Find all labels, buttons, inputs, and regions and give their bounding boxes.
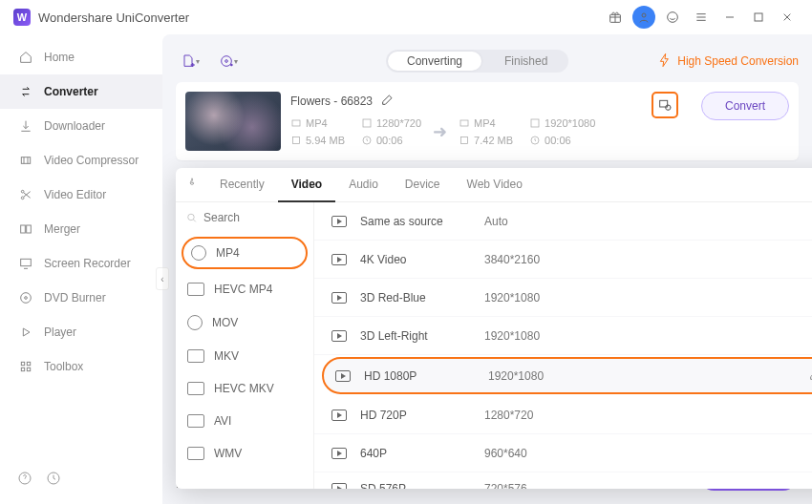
res-3d-leftright[interactable]: 3D Left-Right1920*1080 (314, 317, 812, 355)
svg-rect-25 (460, 120, 468, 126)
format-wmv[interactable]: WMV (176, 437, 313, 470)
dst-duration: 00:06 (529, 135, 587, 146)
wmv-icon (187, 447, 204, 460)
svg-rect-15 (21, 368, 24, 370)
svg-point-6 (21, 197, 24, 200)
lightning-icon (657, 52, 673, 71)
mov-icon (187, 315, 203, 330)
format-mov[interactable]: MOV (176, 305, 313, 340)
edit-title-icon[interactable] (380, 92, 395, 110)
screen-icon (17, 255, 34, 272)
svg-point-1 (642, 13, 646, 17)
sidebar-item-label: Screen Recorder (44, 257, 131, 270)
sidebar-item-label: Video Editor (44, 188, 106, 201)
tab-device[interactable]: Device (392, 168, 454, 201)
src-size: 5.94 MB (290, 135, 348, 146)
tab-recently[interactable]: Recently (206, 168, 278, 201)
svg-point-19 (222, 56, 232, 67)
res-hd1080p[interactable]: HD 1080P1920*1080 (322, 357, 812, 394)
video-icon (331, 254, 347, 265)
user-avatar-icon[interactable] (632, 6, 655, 29)
svg-point-30 (666, 105, 671, 110)
sidebar-collapse-handle[interactable]: ‹ (156, 267, 169, 290)
format-mp4[interactable]: MP4 (182, 237, 308, 269)
src-format: MP4 (290, 117, 348, 129)
svg-point-2 (668, 12, 678, 23)
sidebar-item-label: Player (44, 326, 76, 339)
minimize-icon[interactable] (718, 6, 741, 29)
seg-converting[interactable]: Converting (388, 52, 481, 71)
tab-video[interactable]: Video (278, 168, 335, 202)
add-file-button[interactable]: ▾ (176, 48, 204, 74)
video-thumbnail[interactable] (185, 92, 281, 151)
sidebar-item-home[interactable]: Home (0, 40, 162, 74)
sidebar-item-editor[interactable]: Video Editor (0, 178, 162, 212)
res-4k[interactable]: 4K Video3840*2160 (314, 241, 812, 279)
seg-finished[interactable]: Finished (483, 50, 568, 73)
format-dropdown: Recently Video Audio Device Web Video MP… (176, 168, 812, 489)
video-icon (335, 370, 351, 382)
menu-icon[interactable] (690, 6, 713, 29)
search-input[interactable] (203, 211, 289, 224)
video-icon (331, 216, 347, 227)
support-icon[interactable] (661, 6, 684, 29)
video-icon (331, 448, 347, 459)
format-mkv[interactable]: MKV (176, 340, 313, 372)
close-icon[interactable] (776, 6, 799, 29)
convert-button[interactable]: Convert (701, 92, 789, 120)
clock-icon[interactable] (46, 471, 61, 489)
segment-control: Converting Finished (386, 50, 568, 73)
svg-point-20 (225, 60, 228, 63)
scissors-icon (17, 186, 34, 203)
maximize-icon[interactable] (747, 6, 770, 29)
converter-icon (17, 83, 34, 100)
sidebar-item-merger[interactable]: Merger (0, 212, 162, 246)
help-icon[interactable] (17, 471, 32, 489)
compressor-icon (17, 152, 34, 169)
format-search[interactable] (176, 202, 313, 233)
target-icon (191, 245, 206, 261)
high-speed-toggle[interactable]: High Speed Conversion (657, 52, 799, 71)
sidebar-item-downloader[interactable]: Downloader (0, 109, 162, 143)
tab-webvideo[interactable]: Web Video (454, 168, 536, 201)
burn-icon (185, 176, 199, 194)
res-sd576p[interactable]: SD 576P720*576 (314, 472, 812, 489)
svg-marker-12 (23, 328, 30, 336)
edit-icon[interactable] (808, 367, 812, 385)
output-settings-button[interactable] (652, 92, 678, 118)
svg-rect-13 (21, 362, 24, 365)
format-hevc-mkv[interactable]: HEVC MKV (176, 372, 313, 405)
res-3d-redblue[interactable]: 3D Red-Blue1920*1080 (314, 279, 812, 317)
dst-resolution: 1920*1080 (529, 117, 595, 129)
video-icon (331, 292, 347, 304)
svg-rect-14 (27, 362, 30, 365)
tab-audio[interactable]: Audio (335, 168, 392, 201)
sidebar-item-label: Downloader (44, 119, 105, 133)
svg-rect-21 (292, 120, 300, 126)
sidebar-item-label: DVD Burner (44, 291, 106, 304)
format-avi[interactable]: AVI (176, 405, 313, 437)
res-hd720p[interactable]: HD 720P1280*720 (314, 396, 812, 434)
add-dvd-button[interactable]: ▾ (214, 48, 243, 74)
sidebar-item-toolbox[interactable]: Toolbox (0, 349, 162, 384)
sidebar-item-recorder[interactable]: Screen Recorder (0, 246, 162, 281)
play-icon (17, 324, 34, 341)
svg-rect-23 (293, 137, 300, 144)
merger-icon (17, 220, 34, 238)
sidebar-item-dvd[interactable]: DVD Burner (0, 281, 162, 315)
gift-icon[interactable] (604, 6, 627, 29)
svg-point-10 (21, 293, 32, 304)
app-logo: W (13, 9, 31, 26)
svg-rect-7 (21, 225, 26, 233)
format-hevc-mp4[interactable]: HEVC MP4 (176, 273, 313, 305)
sidebar-item-label: Merger (44, 222, 80, 236)
sidebar-item-compressor[interactable]: Video Compressor (0, 143, 162, 178)
svg-rect-9 (21, 259, 32, 265)
sidebar-item-converter[interactable]: Converter (0, 74, 162, 109)
res-640p[interactable]: 640P960*640 (314, 434, 812, 472)
svg-rect-3 (755, 13, 762, 21)
sidebar-item-player[interactable]: Player (0, 315, 162, 349)
home-icon (17, 49, 34, 66)
res-same-as-source[interactable]: Same as sourceAuto (314, 202, 812, 241)
svg-rect-26 (531, 119, 539, 127)
